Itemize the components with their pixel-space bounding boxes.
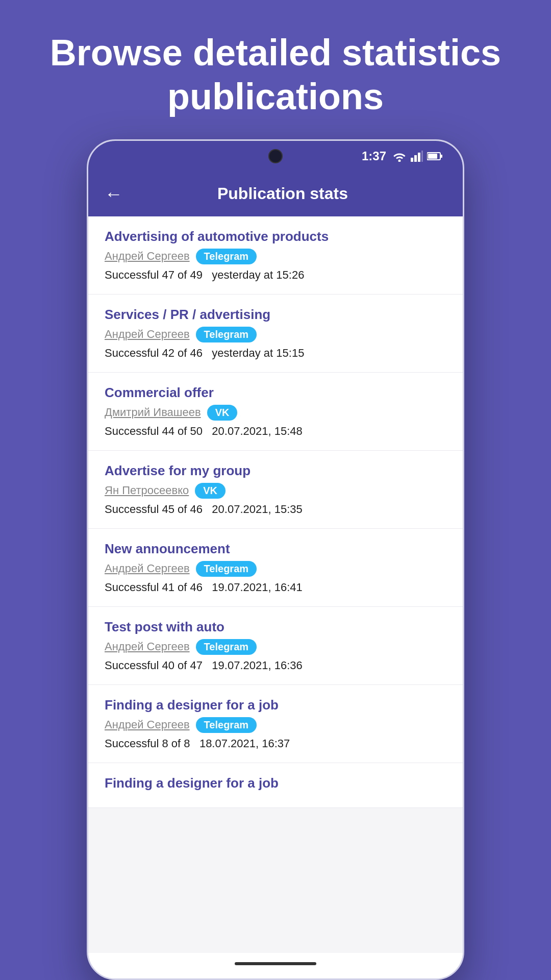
status-text: Successful 40 of 47: [105, 659, 203, 672]
platform-badge: VK: [207, 405, 238, 421]
svg-rect-6: [428, 154, 437, 159]
platform-badge: Telegram: [196, 561, 257, 577]
item-status: Successful 47 of 49 yesterday at 15:26: [105, 268, 446, 282]
item-title: New announcement: [105, 541, 446, 557]
status-text: Successful 44 of 50: [105, 425, 203, 437]
item-author: Дмитрий Ивашеев: [105, 406, 201, 419]
list-item[interactable]: Test post with auto Андрей Сергеев Teleg…: [88, 607, 463, 685]
item-meta: Ян Петросеевко VK: [105, 483, 446, 499]
svg-rect-3: [421, 151, 423, 162]
list-item[interactable]: New announcement Андрей Сергеев Telegram…: [88, 529, 463, 607]
item-status: Successful 41 of 46 19.07.2021, 16:41: [105, 581, 446, 594]
item-author: Ян Петросеевко: [105, 484, 189, 497]
app-bar: ← Publication stats: [88, 172, 463, 216]
status-icons: [392, 151, 442, 162]
item-title: Test post with auto: [105, 619, 446, 635]
item-meta: Андрей Сергеев Telegram: [105, 561, 446, 577]
hero-title: Browse detailed statistics publications: [41, 31, 510, 119]
list-item[interactable]: Commercial offer Дмитрий Ивашеев VK Succ…: [88, 373, 463, 451]
item-status: Successful 40 of 47 19.07.2021, 16:36: [105, 659, 446, 672]
back-button[interactable]: ←: [101, 181, 127, 207]
list-item[interactable]: Finding a designer for a job Андрей Серг…: [88, 685, 463, 763]
item-author: Андрей Сергеев: [105, 640, 190, 653]
list-item[interactable]: Advertise for my group Ян Петросеевко VK…: [88, 451, 463, 529]
platform-badge: Telegram: [196, 249, 257, 264]
item-meta: Андрей Сергеев Telegram: [105, 249, 446, 264]
item-meta: Андрей Сергеев Telegram: [105, 639, 446, 655]
battery-icon: [427, 152, 442, 161]
list-item[interactable]: Services / PR / advertising Андрей Серге…: [88, 295, 463, 373]
item-title: Finding a designer for a job: [105, 775, 446, 791]
bottom-bar: [88, 953, 463, 978]
signal-icon: [411, 151, 423, 162]
hero-section: Browse detailed statistics publications: [0, 0, 551, 139]
platform-badge: Telegram: [196, 639, 257, 655]
status-text: Successful 47 of 49: [105, 268, 203, 281]
date-text: yesterday at 15:26: [212, 268, 304, 281]
platform-badge: Telegram: [196, 717, 257, 733]
date-text: yesterday at 15:15: [212, 347, 304, 359]
svg-rect-1: [414, 155, 417, 162]
item-title: Commercial offer: [105, 385, 446, 401]
home-indicator: [235, 962, 316, 965]
item-meta: Дмитрий Ивашеев VK: [105, 405, 446, 421]
svg-rect-0: [411, 158, 413, 162]
status-text: Successful 8 of 8: [105, 737, 190, 750]
item-status: Successful 44 of 50 20.07.2021, 15:48: [105, 425, 446, 438]
date-text: 20.07.2021, 15:35: [212, 503, 302, 516]
item-title: Services / PR / advertising: [105, 307, 446, 323]
list-item[interactable]: Advertising of automotive products Андре…: [88, 216, 463, 295]
item-meta: Андрей Сергеев Telegram: [105, 717, 446, 733]
date-text: 18.07.2021, 16:37: [199, 737, 290, 750]
status-text: Successful 45 of 46: [105, 503, 203, 516]
list-item[interactable]: Finding a designer for a job: [88, 763, 463, 808]
publication-list: Advertising of automotive products Андре…: [88, 216, 463, 953]
item-title: Finding a designer for a job: [105, 697, 446, 713]
phone-mockup: 1:37 ← Publication stats: [87, 139, 464, 980]
item-status: Successful 8 of 8 18.07.2021, 16:37: [105, 737, 446, 750]
date-text: 20.07.2021, 15:48: [212, 425, 302, 437]
camera-notch: [268, 149, 283, 163]
date-text: 19.07.2021, 16:41: [212, 581, 302, 594]
status-text: Successful 41 of 46: [105, 581, 203, 594]
date-text: 19.07.2021, 16:36: [212, 659, 302, 672]
status-time: 1:37: [362, 149, 386, 163]
svg-rect-2: [418, 153, 420, 162]
item-author: Андрей Сергеев: [105, 328, 190, 341]
wifi-icon: [392, 151, 407, 162]
item-title: Advertise for my group: [105, 463, 446, 479]
platform-badge: Telegram: [196, 327, 257, 342]
item-author: Андрей Сергеев: [105, 250, 190, 263]
svg-rect-5: [440, 155, 442, 158]
item-author: Андрей Сергеев: [105, 718, 190, 731]
item-status: Successful 45 of 46 20.07.2021, 15:35: [105, 503, 446, 516]
status-text: Successful 42 of 46: [105, 347, 203, 359]
app-bar-title: Publication stats: [137, 184, 428, 203]
item-title: Advertising of automotive products: [105, 229, 446, 244]
item-meta: Андрей Сергеев Telegram: [105, 327, 446, 342]
item-status: Successful 42 of 46 yesterday at 15:15: [105, 347, 446, 360]
status-bar: 1:37: [88, 141, 463, 172]
item-author: Андрей Сергеев: [105, 562, 190, 575]
platform-badge: VK: [195, 483, 226, 499]
